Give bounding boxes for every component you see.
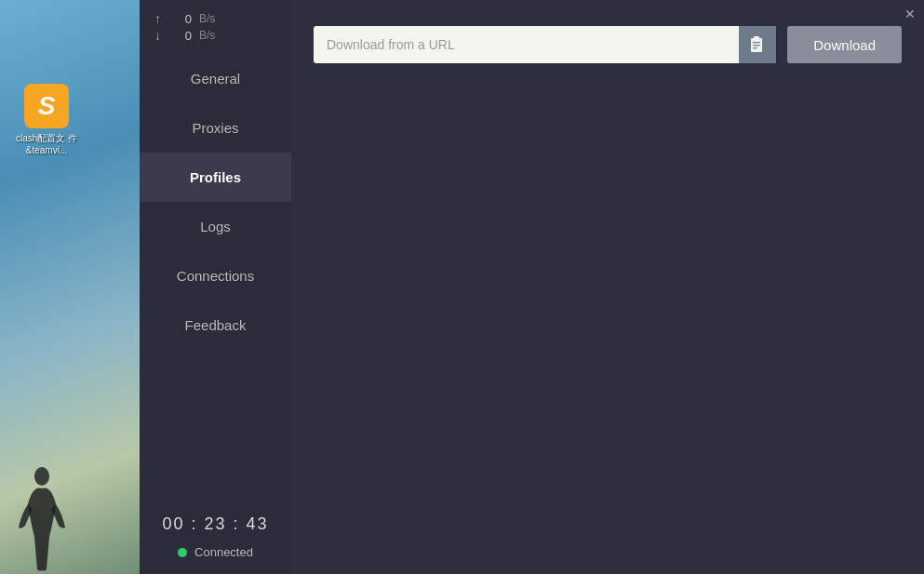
icon-letter: S bbox=[38, 91, 56, 121]
download-arrow: ↓ bbox=[154, 28, 166, 43]
clipboard-icon bbox=[749, 35, 766, 54]
main-layout: ↑ 0 B/s ↓ 0 B/s GeneralProxiesProfilesLo… bbox=[140, 0, 924, 574]
app-window: ✕ ↑ 0 B/s ↓ 0 B/s GeneralProxiesProfiles… bbox=[140, 0, 924, 574]
download-button[interactable]: Download bbox=[787, 26, 902, 63]
download-unit: B/s bbox=[199, 29, 215, 42]
title-bar: ✕ bbox=[896, 0, 924, 28]
sidebar: ↑ 0 B/s ↓ 0 B/s GeneralProxiesProfilesLo… bbox=[140, 0, 291, 574]
desktop-icon-clash[interactable]: S clash配置文 件&teamvi... bbox=[14, 84, 79, 156]
upload-arrow: ↑ bbox=[154, 11, 166, 26]
url-input-wrapper bbox=[314, 26, 776, 63]
connected-label: Connected bbox=[194, 545, 253, 559]
clipboard-button[interactable] bbox=[739, 26, 776, 63]
close-button[interactable]: ✕ bbox=[896, 0, 924, 28]
content-area: Download bbox=[291, 0, 924, 574]
nav-item-proxies[interactable]: Proxies bbox=[140, 103, 291, 153]
nav-item-logs[interactable]: Logs bbox=[140, 202, 291, 251]
nav-item-general[interactable]: General bbox=[140, 54, 291, 103]
svg-rect-5 bbox=[753, 47, 757, 48]
nav-item-connections[interactable]: Connections bbox=[140, 251, 291, 300]
icon-box: S bbox=[24, 84, 69, 128]
nav-container: GeneralProxiesProfilesLogsConnectionsFee… bbox=[140, 54, 291, 350]
upload-stat: ↑ 0 B/s bbox=[154, 11, 276, 26]
download-value: 0 bbox=[173, 29, 192, 43]
svg-rect-2 bbox=[754, 36, 759, 39]
download-stat: ↓ 0 B/s bbox=[154, 28, 276, 43]
nav-item-profiles[interactable]: Profiles bbox=[140, 153, 291, 202]
download-bar: Download bbox=[314, 26, 902, 63]
upload-unit: B/s bbox=[199, 12, 215, 25]
connected-dot bbox=[178, 548, 187, 557]
nav-item-feedback[interactable]: Feedback bbox=[140, 300, 291, 350]
timer-area: 00 : 23 : 43 Connected bbox=[140, 500, 291, 574]
svg-rect-4 bbox=[753, 45, 760, 46]
url-input[interactable] bbox=[314, 26, 776, 63]
stats-area: ↑ 0 B/s ↓ 0 B/s bbox=[140, 0, 291, 54]
icon-label: clash配置文 件&teamvi... bbox=[14, 132, 79, 156]
svg-rect-3 bbox=[753, 42, 760, 43]
svg-point-0 bbox=[34, 467, 49, 486]
person-silhouette bbox=[14, 462, 70, 574]
timer-display: 00 : 23 : 43 bbox=[154, 514, 276, 534]
connected-row: Connected bbox=[154, 545, 276, 559]
upload-value: 0 bbox=[173, 12, 192, 26]
